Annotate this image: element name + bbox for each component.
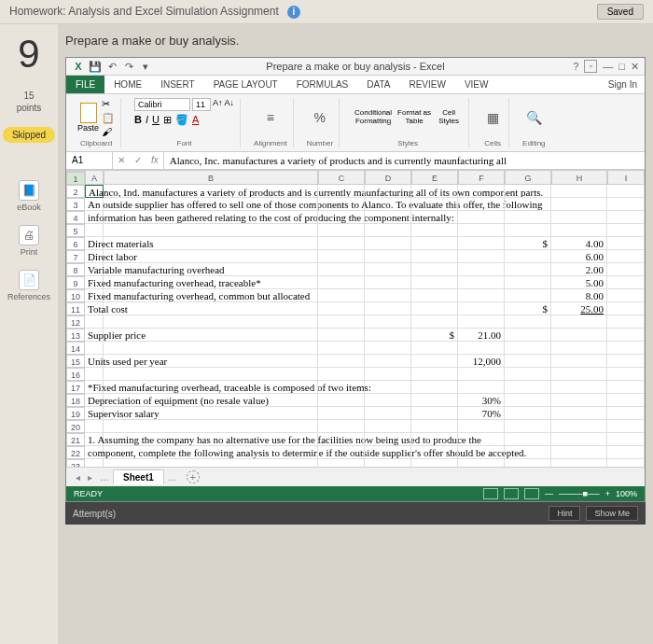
cell[interactable] <box>458 459 505 467</box>
row-header[interactable]: 9 <box>66 276 85 289</box>
cell[interactable] <box>551 355 607 368</box>
col-header-i[interactable]: I <box>607 170 645 185</box>
cell[interactable]: $ <box>505 302 551 315</box>
tab-insert[interactable]: INSERT <box>151 76 204 93</box>
tab-view[interactable]: VIEW <box>455 76 498 93</box>
cell[interactable] <box>607 329 645 342</box>
cell[interactable] <box>607 407 645 420</box>
cell[interactable] <box>318 185 365 198</box>
cell[interactable] <box>505 198 551 211</box>
font-name-select[interactable]: Calibri <box>134 98 190 111</box>
shrink-font-icon[interactable]: A↓ <box>225 98 235 111</box>
cell[interactable] <box>411 355 458 368</box>
fill-color-icon[interactable]: 🪣 <box>175 114 188 126</box>
cell[interactable] <box>607 198 645 211</box>
cell[interactable] <box>458 185 505 198</box>
cell[interactable] <box>505 420 551 433</box>
cell[interactable] <box>505 185 551 198</box>
view-layout-icon[interactable] <box>504 488 519 499</box>
cell[interactable] <box>365 211 411 224</box>
cell[interactable] <box>607 433 645 446</box>
cell[interactable] <box>411 289 458 302</box>
cell[interactable] <box>365 394 411 407</box>
cell[interactable] <box>318 329 365 342</box>
cell[interactable] <box>365 459 411 467</box>
tab-nav-next-icon[interactable]: ▸ <box>84 472 96 483</box>
cell[interactable] <box>607 250 645 263</box>
cell[interactable] <box>318 446 365 459</box>
cell[interactable] <box>505 224 551 237</box>
cell[interactable] <box>607 368 645 381</box>
cell[interactable] <box>104 289 318 302</box>
cell[interactable] <box>551 433 607 446</box>
cell[interactable] <box>411 420 458 433</box>
cell[interactable] <box>458 446 505 459</box>
row-header[interactable]: 19 <box>66 407 85 420</box>
format-as-table-button[interactable]: Format as Table <box>396 109 432 126</box>
cell[interactable] <box>458 433 505 446</box>
cell[interactable] <box>505 211 551 224</box>
cell[interactable] <box>365 289 411 302</box>
cell[interactable] <box>365 237 411 250</box>
name-box[interactable]: A1 <box>66 152 113 169</box>
cell[interactable] <box>104 263 318 276</box>
cell[interactable] <box>411 446 458 459</box>
cell[interactable] <box>505 407 551 420</box>
cell[interactable] <box>318 211 365 224</box>
row-header[interactable]: 20 <box>66 420 85 433</box>
save-icon[interactable]: 💾 <box>89 60 102 73</box>
cell[interactable]: 5.00 <box>551 276 607 289</box>
help-icon[interactable]: ? <box>573 61 578 72</box>
cell[interactable]: 21.00 <box>458 329 505 342</box>
tab-data[interactable]: DATA <box>357 76 399 93</box>
cell[interactable]: Supervisor salary <box>85 407 104 420</box>
row-header[interactable]: 2 <box>66 185 85 198</box>
row-header[interactable]: 1 <box>66 172 85 185</box>
cell[interactable]: 12,000 <box>458 355 505 368</box>
cell-styles-button[interactable]: Cell Styles <box>435 109 463 126</box>
cell[interactable] <box>607 302 645 315</box>
cell[interactable] <box>104 224 318 237</box>
cell[interactable] <box>505 394 551 407</box>
spreadsheet-grid[interactable]: 1234567891011121314151617181920212223 AB… <box>66 170 645 467</box>
col-header-b[interactable]: B <box>104 170 318 185</box>
cell[interactable] <box>365 420 411 433</box>
cell[interactable] <box>551 315 607 329</box>
row-header[interactable]: 11 <box>66 302 85 315</box>
cell[interactable] <box>318 198 365 211</box>
zoom-in-icon[interactable]: + <box>605 489 610 498</box>
cell[interactable] <box>551 342 607 355</box>
info-icon[interactable]: i <box>287 6 300 19</box>
row-header[interactable]: 18 <box>66 394 85 407</box>
cell[interactable] <box>318 237 365 250</box>
row-header[interactable]: 5 <box>66 224 85 237</box>
cell[interactable]: 30% <box>458 394 505 407</box>
cell[interactable] <box>607 355 645 368</box>
cell[interactable] <box>104 407 318 420</box>
cell[interactable] <box>411 263 458 276</box>
cell[interactable] <box>458 237 505 250</box>
cell[interactable] <box>104 250 318 263</box>
cell[interactable] <box>318 302 365 315</box>
cell[interactable]: 8.00 <box>551 289 607 302</box>
cell[interactable] <box>318 342 365 355</box>
cell[interactable] <box>505 329 551 342</box>
cell[interactable] <box>411 237 458 250</box>
qat-customize-icon[interactable]: ▾ <box>139 60 152 73</box>
tab-formulas[interactable]: FORMULAS <box>287 76 358 93</box>
cell[interactable] <box>365 315 411 329</box>
cell[interactable] <box>505 315 551 329</box>
col-header-e[interactable]: E <box>411 170 458 185</box>
cell[interactable] <box>104 211 318 224</box>
cell[interactable] <box>85 224 104 237</box>
close-icon[interactable]: ✕ <box>631 61 639 73</box>
cut-icon[interactable]: ✂ <box>102 98 115 110</box>
cell[interactable] <box>365 276 411 289</box>
cell[interactable] <box>607 446 645 459</box>
accept-formula-icon[interactable]: ✓ <box>130 152 146 169</box>
cell[interactable] <box>505 263 551 276</box>
cell[interactable] <box>318 407 365 420</box>
undo-icon[interactable]: ↶ <box>105 60 118 73</box>
italic-button[interactable]: I <box>146 114 148 126</box>
cell[interactable] <box>458 342 505 355</box>
